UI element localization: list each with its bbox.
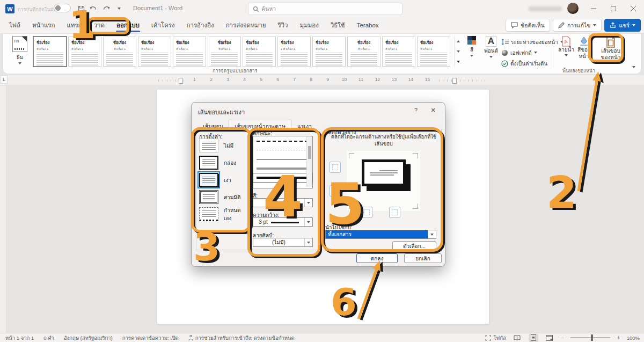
minimize-button[interactable] bbox=[584, 0, 603, 17]
ribbon-tab[interactable]: แทรก bbox=[61, 17, 87, 33]
zoom-in-icon[interactable]: + bbox=[617, 334, 620, 341]
share-button[interactable]: แชร์ bbox=[604, 19, 641, 32]
save-icon[interactable] bbox=[76, 4, 86, 13]
quick-access-caret-icon[interactable] bbox=[114, 4, 125, 13]
read-mode-icon[interactable] bbox=[513, 334, 522, 342]
editing-button[interactable]: การแก้ไข bbox=[553, 19, 602, 32]
dialog-close-icon[interactable]: ✕ bbox=[429, 107, 437, 114]
page-borders-button[interactable]: เส้นขอบ ของหน้า bbox=[597, 36, 625, 60]
vertical-ruler[interactable] bbox=[0, 86, 6, 333]
status-item[interactable]: อังกฤษ (สหรัฐอเมริกา) bbox=[64, 334, 113, 342]
style-set-thumbnail[interactable]: ชื่อเรื่อง หัวเรื่อง 1 bbox=[103, 37, 136, 67]
art-dropdown[interactable]: (ไม่มี) bbox=[253, 238, 313, 247]
top-border-toggle[interactable] bbox=[330, 162, 341, 173]
left-border-toggle[interactable] bbox=[361, 207, 372, 218]
color-dropdown[interactable]: อัตโนมัติ bbox=[253, 198, 313, 207]
setting-option[interactable]: ไม่มี bbox=[199, 138, 247, 153]
ribbon-tab[interactable]: รีวิว bbox=[272, 17, 294, 33]
style-set-thumbnail[interactable]: ชื่อเรื่อง หัวเรื่อง 1 bbox=[33, 37, 67, 67]
web-layout-icon[interactable] bbox=[545, 334, 554, 342]
chevron-down-icon bbox=[304, 199, 312, 207]
close-button[interactable] bbox=[624, 0, 642, 17]
zoom-slider[interactable] bbox=[570, 337, 610, 338]
status-item[interactable]: การคาดเดาข้อความ: เปิด bbox=[122, 334, 179, 342]
ok-button[interactable]: ตกลง bbox=[356, 253, 398, 263]
tab-stop-selector[interactable]: L bbox=[1, 75, 8, 84]
focus-button[interactable]: โฟกัส bbox=[485, 334, 506, 342]
maximize-button[interactable] bbox=[604, 0, 623, 17]
editing-label: การแก้ไข bbox=[567, 21, 590, 30]
apply-to-dropdown[interactable]: ทั้งเอกสาร bbox=[325, 230, 436, 239]
set-default-button[interactable]: ตั้งเป็นค่าเริ่มต้น bbox=[501, 58, 564, 69]
style-set-thumbnail[interactable]: ชื่อเรื่อง หัวเรื่อง 1 bbox=[312, 37, 346, 67]
style-set-thumbnail[interactable]: ชื่อเรื่อง หัวเรื่อง 1 bbox=[173, 37, 206, 67]
cancel-button[interactable]: ยกเลิก bbox=[404, 253, 442, 263]
style-set-thumbnail[interactable]: ชื่อเรื่อง หัวเรื่อง 1 bbox=[68, 37, 101, 67]
setting-option[interactable]: เงา bbox=[199, 172, 247, 187]
ribbon-tab[interactable]: ออกแบบ bbox=[111, 17, 145, 33]
style-set-thumbnail[interactable]: ชื่อเรื่อง หัวเรื่อง 1 bbox=[208, 37, 241, 67]
style-list-scrollbar[interactable] bbox=[306, 136, 312, 187]
right-border-toggle[interactable] bbox=[389, 207, 400, 218]
print-layout-icon[interactable] bbox=[529, 334, 538, 342]
ribbon-tab[interactable]: วิธีใช้ bbox=[325, 17, 351, 33]
setting-option[interactable]: กล่อง bbox=[199, 155, 247, 170]
ribbon-tab[interactable]: มุมมอง bbox=[294, 17, 325, 33]
width-dropdown[interactable]: 3 pt bbox=[253, 217, 313, 227]
theme-colors-button[interactable]: สี bbox=[463, 36, 480, 57]
ribbon-tab[interactable]: ไฟล์ bbox=[3, 17, 26, 33]
style-set-thumbnail[interactable]: ชื่อเรื่อง หัวเรื่อง 1 bbox=[417, 37, 450, 67]
search-box[interactable]: ค้นหา bbox=[248, 3, 402, 15]
ribbon-tab[interactable]: การส่งจดหมาย bbox=[220, 17, 272, 33]
redo-icon[interactable] bbox=[101, 4, 112, 13]
line-style-option[interactable] bbox=[253, 173, 313, 183]
gallery-scroll-down-icon[interactable] bbox=[455, 47, 462, 57]
zoom-percentage[interactable]: 100% bbox=[627, 335, 640, 341]
line-style-option[interactable] bbox=[253, 164, 312, 173]
paragraph-spacing-button[interactable]: ระยะห่างของย่อหน้า bbox=[501, 37, 564, 47]
bottom-border-toggle[interactable] bbox=[330, 185, 341, 197]
ribbon-tab[interactable]: วาด bbox=[88, 17, 111, 33]
status-item[interactable]: หน้า 1 จาก 1 bbox=[5, 334, 34, 342]
ribbon-tab[interactable]: Terabox bbox=[351, 17, 385, 33]
gallery-scroll-up-icon[interactable] bbox=[455, 37, 462, 47]
themes-button[interactable]: กก ธีม bbox=[9, 36, 31, 69]
status-item[interactable]: 0 คำ bbox=[43, 334, 54, 342]
style-set-thumbnail[interactable]: ชื่อเรื่อง หัวเรื่อง 1 bbox=[347, 37, 380, 67]
line-style-option[interactable] bbox=[253, 145, 312, 155]
horizontal-ruler[interactable]: 123456789101112131415 bbox=[0, 75, 644, 85]
effects-button[interactable]: เอฟเฟกต์ bbox=[501, 47, 564, 58]
style-set-thumbnail[interactable]: ชื่อเรื่อง 1 หัวเรื่อง 1 bbox=[277, 37, 311, 67]
page-color-button[interactable]: สีของ หน้า bbox=[574, 36, 594, 59]
theme-fonts-button[interactable]: A ฟอนต์ bbox=[482, 36, 500, 58]
line-style-option[interactable] bbox=[253, 136, 312, 145]
options-button[interactable]: ตัวเลือก... bbox=[392, 241, 436, 251]
comments-button[interactable]: ข้อคิดเห็น bbox=[506, 19, 550, 32]
zoom-slider-thumb[interactable] bbox=[591, 334, 593, 341]
setting-option[interactable]: กำหนดเอง bbox=[199, 207, 247, 222]
accessibility-status[interactable]: การช่วยสำหรับการเข้าถึง: ตรงตามข้อกำหนด bbox=[188, 334, 295, 342]
thumbnail-body-lines bbox=[141, 53, 168, 67]
zoom-out-icon[interactable]: − bbox=[561, 334, 564, 341]
style-set-thumbnail[interactable]: ชื่อเรื่อง หัวเรื่อง 1 bbox=[243, 37, 276, 67]
style-set-thumbnail[interactable]: ชื่อเรื่อง หัวเรื่อง 1 bbox=[382, 37, 415, 67]
autosave-toggle[interactable] bbox=[54, 4, 71, 12]
dialog-help-icon[interactable]: ? bbox=[412, 107, 420, 113]
ribbon-tab[interactable]: การอ้างอิง bbox=[181, 17, 220, 33]
line-style-list[interactable] bbox=[253, 136, 313, 188]
toggle-knob bbox=[55, 5, 61, 11]
border-preview-diagram[interactable] bbox=[347, 151, 420, 211]
style-set-thumbnail[interactable]: ชื่อเรื่อง หัวเรื่อง 1 bbox=[138, 37, 171, 67]
gallery-expand-icon[interactable] bbox=[455, 56, 462, 67]
collapse-ribbon-icon[interactable] bbox=[632, 61, 635, 70]
undo-icon[interactable] bbox=[88, 4, 99, 13]
watermark-button[interactable]: A ลายน้ำ bbox=[556, 36, 576, 56]
ribbon-tab[interactable]: หน้าแรก bbox=[26, 17, 61, 33]
user-avatar[interactable] bbox=[567, 3, 579, 14]
line-style-option[interactable] bbox=[253, 155, 312, 164]
right-indent-marker[interactable] bbox=[452, 78, 457, 84]
setting-option[interactable]: สามมิติ bbox=[199, 190, 247, 205]
line-style-sample bbox=[257, 159, 308, 160]
left-indent-marker[interactable] bbox=[179, 78, 183, 84]
ribbon-tab[interactable]: เค้าโครง bbox=[145, 17, 181, 33]
